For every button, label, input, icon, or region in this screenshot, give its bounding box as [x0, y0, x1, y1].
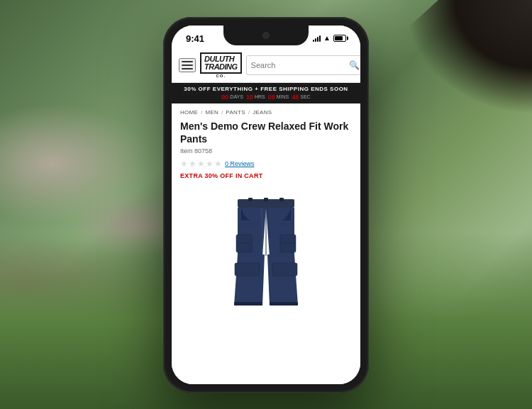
- breadcrumb-pants[interactable]: PANTS: [226, 109, 245, 116]
- logo-sub: CO.: [200, 74, 242, 78]
- countdown: 00 DAYS 10 HRS 08 MINS 48: [177, 94, 355, 101]
- star-1: ★: [180, 159, 188, 169]
- phone-mockup: 9:41 ▲: [163, 17, 369, 393]
- sec-label: SEC: [300, 94, 310, 99]
- hrs-number: 10: [246, 94, 253, 101]
- star-rating: ★ ★ ★ ★ ★: [180, 159, 222, 169]
- days-number: 00: [221, 94, 228, 101]
- menu-button[interactable]: [179, 58, 196, 72]
- star-4: ★: [206, 159, 214, 169]
- reviews-row: ★ ★ ★ ★ ★ 0 Reviews: [180, 159, 352, 169]
- battery-icon: [333, 35, 346, 42]
- logo: DULUTH TRADING CO.: [200, 52, 242, 78]
- svg-rect-1: [248, 198, 253, 201]
- svg-rect-10: [272, 263, 297, 276]
- star-5: ★: [214, 159, 222, 169]
- days-count: 00 DAYS: [221, 94, 243, 101]
- content-area: HOME / MEN / PANTS / JEANS Men's Demo Cr…: [172, 103, 360, 384]
- logo-text: DULUTH TRADING: [200, 52, 242, 74]
- status-time: 9:41: [186, 32, 204, 44]
- search-button[interactable]: 🔍: [349, 60, 360, 70]
- svg-rect-2: [279, 198, 284, 201]
- svg-rect-11: [234, 302, 262, 306]
- product-image: [223, 192, 309, 320]
- mins-label: MINS: [277, 94, 289, 99]
- promo-banner: 30% OFF EVERYTHING + FREE SHIPPING ENDS …: [172, 83, 360, 103]
- search-input[interactable]: [251, 61, 349, 69]
- signal-icon: [313, 35, 321, 42]
- svg-rect-12: [270, 302, 298, 306]
- app-header: DULUTH TRADING CO. 🔍 👤 🛒 1: [172, 48, 360, 83]
- front-camera: [262, 32, 270, 39]
- product-image-area: [180, 185, 352, 327]
- phone-screen: 9:41 ▲: [172, 26, 360, 384]
- product-item-number: Item 80758: [180, 147, 352, 155]
- sec-number: 48: [292, 94, 299, 101]
- breadcrumb-home[interactable]: HOME: [180, 109, 198, 116]
- breadcrumb: HOME / MEN / PANTS / JEANS: [180, 109, 352, 116]
- status-icons: ▲: [313, 34, 346, 42]
- phone-notch: [223, 26, 309, 45]
- star-2: ★: [189, 159, 196, 169]
- svg-rect-7: [280, 235, 296, 252]
- reviews-link[interactable]: 0 Reviews: [225, 160, 255, 167]
- search-box[interactable]: 🔍: [246, 55, 360, 75]
- star-3: ★: [197, 159, 205, 169]
- promo-text: 30% OFF EVERYTHING + FREE SHIPPING ENDS …: [177, 86, 355, 92]
- breadcrumb-jeans[interactable]: JEANS: [253, 109, 272, 116]
- wifi-icon: ▲: [323, 34, 331, 42]
- days-label: DAYS: [230, 94, 243, 99]
- phone-frame: 9:41 ▲: [163, 17, 369, 393]
- breadcrumb-men[interactable]: MEN: [205, 109, 218, 116]
- product-title: Men's Demo Crew Relaxed Fit Work Pants: [180, 120, 352, 145]
- hrs-label: HRS: [255, 94, 265, 99]
- svg-rect-3: [264, 198, 268, 201]
- svg-rect-9: [235, 263, 260, 276]
- sec-count: 48 SEC: [292, 94, 310, 101]
- mins-number: 08: [268, 94, 275, 101]
- mins-count: 08 MINS: [268, 94, 289, 101]
- hrs-count: 10 HRS: [246, 94, 265, 101]
- product-promo-tag: EXTRA 30% OFF IN CART: [180, 172, 352, 179]
- svg-rect-5: [236, 235, 252, 252]
